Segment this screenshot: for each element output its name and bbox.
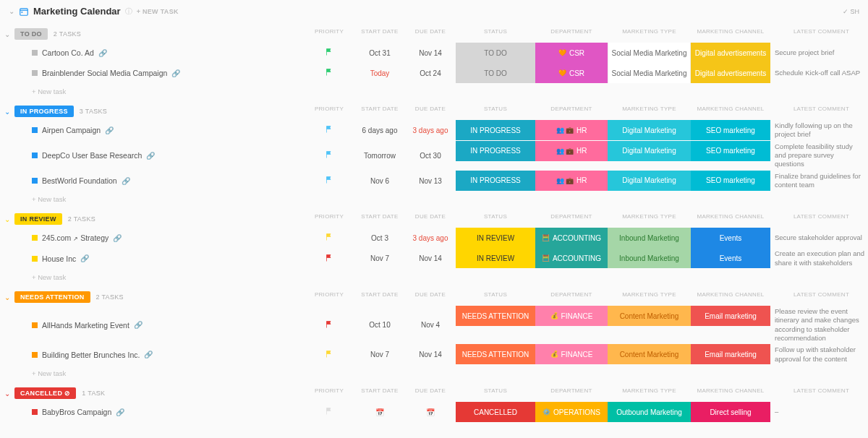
attachment-icon[interactable]: 🔗: [80, 254, 89, 262]
marketing-type-pill[interactable]: Digital Marketing: [608, 141, 691, 161]
share-button[interactable]: ✓ SH: [843, 8, 859, 15]
group-chevron-icon[interactable]: ⌄: [0, 108, 14, 116]
task-status-square[interactable]: [32, 235, 38, 241]
marketing-channel-pill[interactable]: Email marketing: [691, 344, 770, 364]
attachment-icon[interactable]: 🔗: [144, 351, 153, 358]
group-badge[interactable]: IN PROGRESS: [14, 106, 74, 117]
priority-cell[interactable]: [304, 402, 354, 422]
priority-cell[interactable]: [304, 141, 354, 171]
start-date-cell[interactable]: Nov 6: [354, 171, 405, 192]
group-chevron-icon[interactable]: ⌄: [0, 390, 14, 398]
group-badge[interactable]: CANCELLED ⊘: [14, 387, 76, 399]
task-status-square[interactable]: [32, 50, 38, 56]
marketing-channel-pill[interactable]: Digital advertisements: [691, 43, 770, 63]
priority-cell[interactable]: [304, 306, 354, 344]
attachment-icon[interactable]: 🔗: [113, 234, 122, 242]
status-pill[interactable]: TO DO: [456, 43, 535, 63]
attachment-icon[interactable]: 🔗: [105, 126, 114, 134]
task-row[interactable]: DeepCo User Base Research 🔗 Tomorrow Oct…: [0, 141, 868, 171]
task-row[interactable]: Brainblender Social Media Campaign 🔗 Tod…: [0, 63, 868, 83]
task-status-square[interactable]: [32, 409, 38, 415]
status-pill[interactable]: TO DO: [456, 63, 535, 83]
task-status-square[interactable]: [32, 127, 38, 133]
task-status-square[interactable]: [32, 256, 38, 262]
marketing-type-pill[interactable]: Outbound Marketing: [608, 402, 691, 422]
task-row[interactable]: BestWorld Foundation 🔗 Nov 6 Nov 13 IN P…: [0, 171, 868, 192]
status-pill[interactable]: IN PROGRESS: [456, 120, 535, 140]
marketing-channel-pill[interactable]: SEO marketing: [691, 120, 770, 140]
marketing-type-pill[interactable]: Digital Marketing: [608, 171, 691, 191]
due-date-cell[interactable]: Nov 14: [405, 344, 456, 365]
department-pill[interactable]: 👥 💼 HR: [535, 120, 608, 140]
department-pill[interactable]: 💰 FINANCE: [535, 306, 608, 326]
priority-cell[interactable]: [304, 344, 354, 365]
new-task-row[interactable]: + New task: [0, 83, 868, 100]
attachment-icon[interactable]: 🔗: [146, 152, 155, 160]
status-pill[interactable]: IN PROGRESS: [456, 171, 535, 191]
start-date-cell[interactable]: Tomorrow: [354, 141, 405, 171]
due-date-cell[interactable]: Nov 14: [405, 43, 456, 63]
start-date-cell[interactable]: Oct 3: [354, 228, 405, 248]
marketing-channel-pill[interactable]: SEO marketing: [691, 141, 770, 161]
marketing-channel-pill[interactable]: Events: [691, 248, 770, 268]
department-pill[interactable]: ⚙️ OPERATIONS: [535, 402, 608, 422]
priority-cell[interactable]: [304, 228, 354, 248]
status-pill[interactable]: IN PROGRESS: [456, 141, 535, 161]
priority-cell[interactable]: [304, 248, 354, 269]
group-badge[interactable]: IN REVIEW: [14, 213, 62, 225]
new-task-row[interactable]: + New task: [0, 365, 868, 382]
marketing-type-pill[interactable]: Inbound Marketing: [608, 248, 691, 268]
due-date-cell[interactable]: Oct 30: [405, 141, 456, 171]
start-date-cell[interactable]: Oct 31: [354, 43, 405, 63]
department-pill[interactable]: 💰 FINANCE: [535, 344, 608, 364]
due-date-cell[interactable]: Nov 13: [405, 171, 456, 192]
marketing-channel-pill[interactable]: Events: [691, 228, 770, 248]
marketing-channel-pill[interactable]: Email marketing: [691, 306, 770, 326]
start-date-cell[interactable]: 📅: [354, 402, 405, 422]
status-pill[interactable]: CANCELLED: [456, 402, 535, 422]
group-chevron-icon[interactable]: ⌄: [0, 215, 14, 223]
new-task-row[interactable]: + New task: [0, 269, 868, 285]
task-row[interactable]: Airpen Campaign 🔗 6 days ago 3 days ago …: [0, 120, 868, 141]
department-pill[interactable]: 👥 💼 HR: [535, 141, 608, 161]
task-row[interactable]: AllHands Marketing Event 🔗 Oct 10 Nov 4 …: [0, 306, 868, 344]
status-pill[interactable]: IN REVIEW: [456, 228, 535, 248]
attachment-icon[interactable]: 🔗: [134, 321, 142, 329]
attachment-icon[interactable]: 🔗: [171, 69, 180, 77]
marketing-type-pill[interactable]: Social Media Marketing: [608, 43, 691, 63]
status-pill[interactable]: IN REVIEW: [456, 248, 535, 268]
attachment-icon[interactable]: 🔗: [116, 408, 124, 416]
task-status-square[interactable]: [32, 322, 38, 328]
start-date-cell[interactable]: Nov 7: [354, 344, 405, 365]
priority-cell[interactable]: [304, 63, 354, 83]
marketing-type-pill[interactable]: Inbound Marketing: [608, 228, 691, 248]
due-date-cell[interactable]: 📅: [405, 402, 456, 422]
marketing-type-pill[interactable]: Social Media Marketing: [608, 63, 691, 83]
marketing-channel-pill[interactable]: Direct selling: [691, 402, 770, 422]
due-date-cell[interactable]: 3 days ago: [405, 228, 456, 248]
collapse-icon[interactable]: ⌄: [9, 7, 14, 15]
info-icon[interactable]: ⓘ: [125, 7, 132, 17]
department-pill[interactable]: 🧮 ACCOUNTING: [535, 248, 608, 268]
task-row[interactable]: 245.com ↗ Strategy 🔗 Oct 3 3 days ago IN…: [0, 228, 868, 248]
marketing-type-pill[interactable]: Content Marketing: [608, 306, 691, 326]
task-status-square[interactable]: [32, 178, 38, 184]
due-date-cell[interactable]: Oct 24: [405, 63, 456, 83]
marketing-channel-pill[interactable]: SEO marketing: [691, 171, 770, 191]
start-date-cell[interactable]: Oct 10: [354, 306, 405, 344]
due-date-cell[interactable]: Nov 14: [405, 248, 456, 269]
new-task-button[interactable]: + NEW TASK: [137, 8, 179, 15]
attachment-icon[interactable]: 🔗: [98, 49, 107, 57]
task-status-square[interactable]: [32, 352, 38, 358]
start-date-cell[interactable]: Today: [354, 63, 405, 83]
task-status-square[interactable]: [32, 153, 38, 158]
task-status-square[interactable]: [32, 70, 38, 76]
status-pill[interactable]: NEEDS ATTENTION: [456, 306, 535, 326]
task-row[interactable]: Building Better Brunches Inc. 🔗 Nov 7 No…: [0, 344, 868, 365]
start-date-cell[interactable]: 6 days ago: [354, 120, 405, 141]
new-task-row[interactable]: + New task: [0, 191, 868, 207]
department-pill[interactable]: 🧡 CSR: [535, 43, 608, 63]
department-pill[interactable]: 🧡 CSR: [535, 63, 608, 83]
group-chevron-icon[interactable]: ⌄: [0, 30, 14, 38]
start-date-cell[interactable]: Nov 7: [354, 248, 405, 269]
